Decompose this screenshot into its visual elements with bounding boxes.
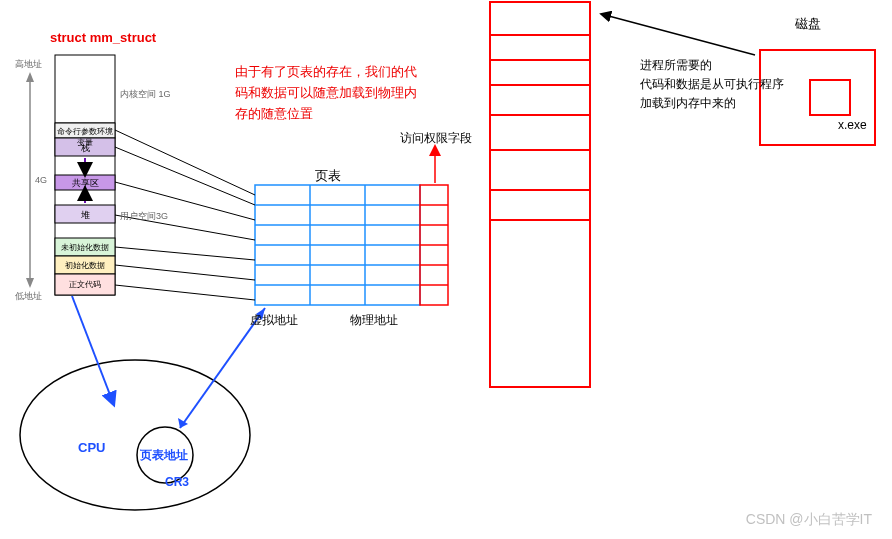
svg-line-31 (115, 247, 255, 260)
note1-l2: 码和数据可以随意加载到物理内 (235, 83, 417, 104)
note2-l2: 代码和数据是从可执行程序 (640, 75, 784, 94)
seg-heap: 堆 (57, 209, 113, 222)
note1: 由于有了页表的存在，我们的代 码和数据可以随意加载到物理内 存的随意位置 (235, 62, 417, 124)
svg-line-27 (115, 130, 255, 195)
page-table-addr-label: 页表地址 (140, 447, 188, 464)
svg-point-45 (20, 360, 250, 510)
svg-rect-43 (810, 80, 850, 115)
title: struct mm_struct (50, 30, 156, 45)
svg-line-28 (115, 147, 255, 205)
vaddr-label: 虚拟地址 (250, 312, 298, 329)
size-4g-label: 4G (35, 175, 47, 185)
note2-l3: 加载到内存中来的 (640, 94, 784, 113)
cpu-label: CPU (78, 440, 105, 455)
svg-line-32 (115, 265, 255, 280)
seg-stack: 栈 (57, 142, 113, 155)
user-space-label: 用户空间3G (120, 210, 168, 223)
seg-text: 正文代码 (57, 279, 113, 290)
paddr-label: 物理地址 (350, 312, 398, 329)
page-table-title: 页表 (315, 167, 341, 185)
perm-label: 访问权限字段 (400, 130, 472, 147)
kernel-space-label: 内核空间 1G (120, 88, 171, 101)
seg-data: 初始化数据 (57, 260, 113, 271)
seg-bss: 未初始化数据 (57, 242, 113, 253)
svg-line-33 (115, 285, 255, 300)
note1-l1: 由于有了页表的存在，我们的代 (235, 62, 417, 83)
seg-shared: 共享区 (57, 177, 113, 190)
svg-line-47 (72, 296, 112, 400)
note1-l3: 存的随意位置 (235, 104, 417, 125)
exe-label: x.exe (838, 118, 867, 132)
svg-line-44 (605, 15, 755, 55)
note2: 进程所需要的 代码和数据是从可执行程序 加载到内存中来的 (640, 56, 784, 114)
cr3-label: CR3 (165, 475, 189, 489)
disk-label: 磁盘 (795, 15, 821, 33)
note2-l1: 进程所需要的 (640, 56, 784, 75)
low-addr-label: 低地址 (15, 290, 42, 303)
high-addr-label: 高地址 (15, 58, 42, 71)
watermark: CSDN @小白苦学IT (746, 511, 872, 529)
